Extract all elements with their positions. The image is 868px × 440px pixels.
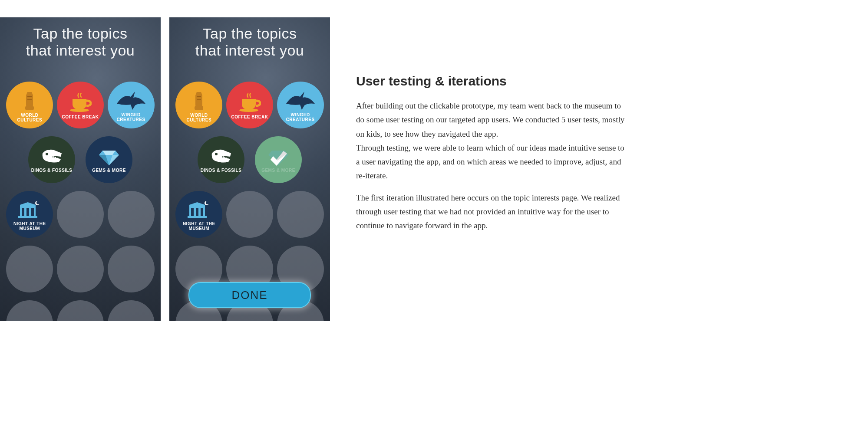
topic-dinos-fossils[interactable]: DINOS & FOSSILS (198, 136, 244, 183)
topic-night-museum[interactable]: NIGHT AT THE MUSEUM (175, 191, 222, 238)
topic-label: GEMS & MORE (89, 168, 129, 173)
svg-point-14 (206, 201, 209, 204)
topic-label: WORLD CULTURES (6, 113, 53, 123)
title-line-2: that interest you (26, 42, 135, 59)
grid-row (4, 246, 156, 292)
topic-grid: WORLD CULTURES COFFEE BREAK (0, 82, 161, 321)
article-text: User testing & iterations After building… (356, 17, 638, 241)
done-button[interactable]: DONE (188, 282, 311, 308)
grid-row (4, 300, 156, 321)
phone-screen-before: Tap the topics that interest you WORLD (0, 17, 161, 321)
topic-dinos-fossils[interactable]: DINOS & FOSSILS (28, 136, 75, 183)
svg-rect-18 (201, 208, 203, 216)
article-paragraph: Through testing, we were able to learn w… (356, 141, 625, 183)
grid-row: NIGHT AT THE MUSEUM (174, 191, 326, 238)
svg-rect-17 (196, 208, 198, 216)
topic-winged-creatures[interactable]: WINGED CREATURES (108, 82, 155, 128)
topic-empty[interactable] (108, 246, 155, 292)
topic-label: WORLD CULTURES (175, 113, 222, 123)
svg-point-12 (215, 153, 218, 155)
topic-label: WINGED CREATURES (108, 112, 155, 122)
grid-row: WORLD CULTURES COFFEE BREAK (4, 82, 156, 128)
grid-row: NIGHT AT THE MUSEUM (4, 191, 156, 238)
topic-empty[interactable] (6, 300, 53, 321)
topic-coffee-break[interactable]: COFFEE BREAK (226, 82, 273, 128)
screen-title: Tap the topics that interest you (169, 17, 330, 62)
topic-empty[interactable] (277, 191, 324, 238)
topic-winged-creatures[interactable]: WINGED CREATURES (277, 82, 324, 128)
grid-row: DINOS & FOSSILS GEMS & MORE (4, 136, 156, 183)
topic-world-cultures[interactable]: WORLD CULTURES (6, 82, 53, 128)
svg-rect-10 (195, 106, 203, 110)
pterodactyl-icon (116, 91, 146, 111)
grid-row: WORLD CULTURES COFFEE BREAK (174, 82, 326, 128)
topic-empty[interactable] (57, 246, 104, 292)
topic-coffee-break[interactable]: COFFEE BREAK (57, 82, 104, 128)
topic-gems-more-selected[interactable]: GEMS & MORE (255, 136, 302, 183)
svg-rect-0 (25, 106, 34, 110)
topic-world-cultures[interactable]: WORLD CULTURES (175, 82, 222, 128)
svg-point-4 (36, 201, 40, 204)
checkmark-icon (255, 136, 302, 183)
topic-empty[interactable] (108, 300, 155, 321)
topic-empty[interactable] (57, 300, 104, 321)
phone-screen-after: Tap the topics that interest you WORLD (169, 17, 330, 321)
topic-label: DINOS & FOSSILS (198, 168, 244, 173)
coffee-cup-icon (69, 93, 92, 113)
title-line-1: Tap the topics (203, 25, 297, 42)
title-line-2: that interest you (195, 42, 304, 59)
topic-label: DINOS & FOSSILS (29, 168, 75, 173)
phone-mockups: Tap the topics that interest you WORLD (0, 17, 330, 321)
svg-point-1 (70, 108, 89, 112)
museum-building-icon (17, 200, 42, 220)
topic-empty[interactable] (108, 191, 155, 238)
topic-gems-more[interactable]: GEMS & MORE (86, 136, 132, 183)
svg-rect-16 (191, 208, 194, 216)
article-paragraph: The first iteration illustrated here occ… (356, 191, 625, 233)
topic-label: NIGHT AT THE MUSEUM (6, 221, 53, 231)
coffee-cup-icon (238, 93, 261, 113)
topic-label: NIGHT AT THE MUSEUM (175, 221, 222, 231)
pterodactyl-icon (285, 91, 316, 111)
screen-title: Tap the topics that interest you (0, 17, 161, 62)
topic-empty[interactable] (6, 246, 53, 292)
topic-label: COFFEE BREAK (229, 115, 271, 120)
article-heading: User testing & iterations (356, 74, 625, 89)
moai-icon (192, 90, 205, 111)
topic-label: WINGED CREATURES (277, 112, 324, 122)
title-line-1: Tap the topics (33, 25, 128, 42)
svg-rect-9 (18, 216, 37, 218)
page: Tap the topics that interest you WORLD (0, 0, 677, 338)
svg-point-2 (46, 153, 48, 155)
grid-row: DINOS & FOSSILS GEMS & MORE (174, 136, 326, 183)
topic-empty[interactable] (226, 191, 273, 238)
svg-rect-7 (26, 208, 29, 216)
svg-rect-8 (31, 208, 34, 216)
trex-skull-icon (40, 149, 63, 166)
svg-rect-6 (22, 208, 24, 216)
museum-building-icon (187, 200, 211, 220)
svg-rect-19 (188, 216, 207, 218)
article-paragraph: After building out the clickable prototy… (356, 99, 625, 141)
topic-empty[interactable] (57, 191, 104, 238)
trex-skull-icon (209, 149, 233, 166)
svg-point-11 (239, 108, 258, 112)
gem-icon (99, 149, 119, 166)
moai-icon (23, 90, 36, 111)
topic-night-museum[interactable]: NIGHT AT THE MUSEUM (6, 191, 53, 238)
topic-label: COFFEE BREAK (59, 115, 102, 120)
